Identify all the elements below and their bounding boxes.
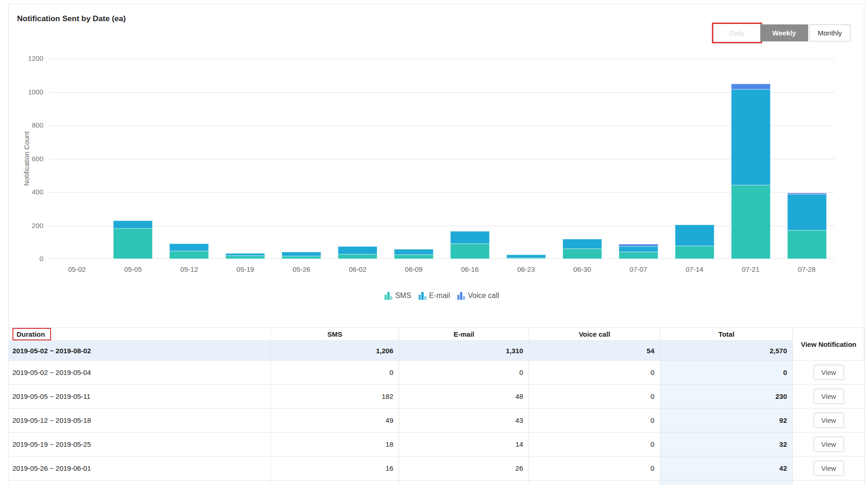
bar-05-12 xyxy=(169,244,209,259)
view-button[interactable]: View xyxy=(814,437,844,452)
gridline xyxy=(49,192,835,193)
bar-segment-e-mail xyxy=(507,255,546,258)
view-button[interactable]: View xyxy=(814,365,844,380)
view-cell: View xyxy=(793,432,865,456)
bar-segment-e-mail xyxy=(338,246,377,254)
table-row: 2019-05-12 ~ 2019-05-184943092View xyxy=(9,409,865,432)
legend-label: E-mail xyxy=(429,292,450,300)
summary-total-cell: 2,570 xyxy=(660,341,793,361)
bar-segment-sms xyxy=(338,254,377,259)
summary-sms-cell: 1,206 xyxy=(271,341,399,361)
sms-header: SMS xyxy=(271,328,399,341)
table-header-row: Duration SMS E-mail Voice call Total Vie… xyxy=(9,328,865,341)
table-row: 2019-05-02 ~ 2019-05-040000View xyxy=(9,361,865,385)
voice-cell: 0 xyxy=(529,409,660,432)
view-cell: View xyxy=(793,409,865,432)
duration-cell: 2019-05-19 ~ 2019-05-25 xyxy=(9,432,271,456)
bar-segment-sms xyxy=(675,246,714,259)
bar-segment-sms xyxy=(507,258,546,259)
bar-06-16 xyxy=(450,231,489,259)
monthly-button[interactable]: Monthly xyxy=(809,24,851,41)
chart-legend: SMSE-mailVoice call xyxy=(49,292,835,300)
table-row-partial xyxy=(9,480,865,485)
bar-segment-e-mail xyxy=(675,225,714,246)
bar-segment-e-mail xyxy=(787,194,827,230)
bar-segment-sms xyxy=(113,228,152,259)
summary-voice-cell: 54 xyxy=(529,341,660,361)
x-axis-label: 07-28 xyxy=(779,265,835,273)
y-axis-tick-label: 1200 xyxy=(15,54,43,62)
bar-segment-voice-call xyxy=(731,84,770,89)
legend-item-e-mail: E-mail xyxy=(419,292,450,300)
bar-segment-e-mail xyxy=(619,246,658,252)
bar-05-05 xyxy=(113,221,152,259)
bar-segment-sms xyxy=(169,251,209,259)
voice-cell: 0 xyxy=(529,456,660,480)
y-axis-tick-label: 0 xyxy=(15,255,43,263)
email-cell: 14 xyxy=(399,432,529,456)
email-cell: 26 xyxy=(399,456,529,480)
bar-segment-sms xyxy=(619,252,658,259)
legend-label: Voice call xyxy=(468,292,499,300)
gridline xyxy=(49,125,835,126)
weekly-button[interactable]: Weekly xyxy=(760,24,808,41)
x-axis-label: 07-14 xyxy=(666,265,722,273)
total-cell: 32 xyxy=(660,432,793,456)
x-axis-label: 07-07 xyxy=(610,265,666,273)
bar-segment-sms xyxy=(731,185,770,259)
voice-cell: 0 xyxy=(529,361,660,385)
bar-segment-sms xyxy=(563,249,602,259)
y-axis-tick-label: 1000 xyxy=(15,88,43,96)
duration-annotation-box: Duration xyxy=(12,328,51,340)
sms-cell: 0 xyxy=(271,361,399,385)
x-axis-label: 07-21 xyxy=(722,265,779,273)
table-row: 2019-05-05 ~ 2019-05-11182480230View xyxy=(9,385,865,409)
legend-item-sms: SMS xyxy=(384,292,411,300)
summary-email-cell: 1,310 xyxy=(399,341,529,361)
duration-table: Duration SMS E-mail Voice call Total Vie… xyxy=(8,327,865,485)
total-cell: 42 xyxy=(660,456,793,480)
duration-cell: 2019-05-12 ~ 2019-05-18 xyxy=(9,409,271,432)
bar-segment-e-mail xyxy=(113,221,152,228)
view-button[interactable]: View xyxy=(814,389,844,404)
daily-button[interactable]: Daily xyxy=(714,24,760,41)
x-axis-label: 06-09 xyxy=(386,265,442,273)
bar-segment-e-mail xyxy=(394,249,433,255)
legend-label: SMS xyxy=(395,292,411,300)
voice-cell: 0 xyxy=(529,385,660,409)
view-cell: View xyxy=(793,456,865,480)
bar-segment-sms xyxy=(226,256,265,259)
mini-bar-chart-icon xyxy=(457,292,465,300)
bar-segment-e-mail xyxy=(450,231,489,244)
table-row: 2019-05-19 ~ 2019-05-251814032View xyxy=(9,432,865,456)
y-axis-tick-label: 600 xyxy=(15,155,43,163)
bar-segment-e-mail xyxy=(169,244,209,251)
total-cell: 92 xyxy=(660,409,793,432)
bar-07-28 xyxy=(787,193,827,259)
view-button[interactable]: View xyxy=(814,461,844,476)
duration-cell: 2019-05-02 ~ 2019-05-04 xyxy=(9,361,271,385)
table-row: 2019-05-26 ~ 2019-06-011626042View xyxy=(9,456,865,480)
bar-07-07 xyxy=(619,244,658,259)
total-cell: 230 xyxy=(660,385,793,409)
legend-item-voice-call: Voice call xyxy=(457,292,499,300)
x-axis-label: 05-05 xyxy=(105,265,161,273)
y-axis-tick-label: 200 xyxy=(15,222,43,229)
bar-06-02 xyxy=(338,246,377,259)
view-notification-header: View Notification xyxy=(793,328,865,361)
period-toggle: Daily Weekly Monthly xyxy=(714,24,851,41)
gridline xyxy=(49,258,835,259)
duration-cell: 2019-05-26 ~ 2019-06-01 xyxy=(9,456,271,480)
y-axis-tick-label: 400 xyxy=(15,188,43,196)
sms-cell: 182 xyxy=(271,385,399,409)
bar-06-23 xyxy=(507,255,546,259)
total-header: Total xyxy=(660,328,793,341)
voice-call-header: Voice call xyxy=(529,328,660,341)
view-button[interactable]: View xyxy=(814,413,844,428)
bar-07-14 xyxy=(675,225,714,259)
x-axis-label: 05-12 xyxy=(161,265,217,273)
gridline xyxy=(49,58,835,59)
x-axis-label: 06-02 xyxy=(330,265,386,273)
bar-05-19 xyxy=(226,253,265,259)
mini-bar-chart-icon xyxy=(419,292,426,300)
